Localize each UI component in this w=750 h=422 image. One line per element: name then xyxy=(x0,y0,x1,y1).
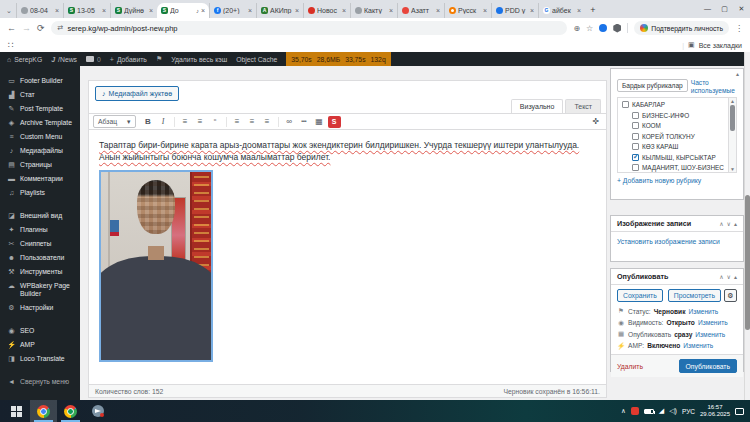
tab-close-icon[interactable]: × xyxy=(436,7,440,14)
tab-all-categories[interactable]: Бардык рубрикалар xyxy=(617,79,688,92)
sidebar-item-loco-translate[interactable]: ◨Loco Translate xyxy=(0,352,80,366)
bookmark-star-icon[interactable]: ☆ xyxy=(586,24,593,33)
scrollbar-thumb[interactable] xyxy=(730,105,735,131)
taskbar-messenger[interactable] xyxy=(84,400,111,422)
edit-schedule-link[interactable]: Изменить xyxy=(695,331,725,338)
minimize-button[interactable]: — xyxy=(699,0,716,18)
publish-button[interactable]: Опубликовать xyxy=(679,359,737,373)
scroll-down-icon[interactable]: ▼ xyxy=(729,166,736,172)
admin-bar-comments[interactable]: 0 xyxy=(86,56,101,63)
language-indicator[interactable]: РУС xyxy=(682,408,695,415)
sidebar-item-footer-builder[interactable]: ▭Footer Builder xyxy=(0,74,80,88)
sidebar-item-pages[interactable]: ▤Страницы xyxy=(0,158,80,172)
tab-close-icon[interactable]: × xyxy=(102,7,106,14)
media-control-icon[interactable] xyxy=(599,24,607,32)
tab-visual[interactable]: Визуально xyxy=(511,99,564,113)
category-item[interactable]: КӨЗ КАРАШ xyxy=(632,143,725,150)
admin-bar-object-cache[interactable]: Object Cache xyxy=(236,56,277,63)
checkbox[interactable] xyxy=(632,164,639,171)
admin-bar-theme[interactable]: J/News xyxy=(51,56,77,63)
fullscreen-icon[interactable]: ✜ xyxy=(589,115,602,128)
apps-grid-icon[interactable]: ∷ xyxy=(8,40,14,50)
post-paragraph[interactable]: Тараптар бири-бирине карата арыз-дооматт… xyxy=(99,140,579,162)
tab-text[interactable]: Текст xyxy=(565,99,601,113)
browser-tab[interactable]: Какту× xyxy=(350,3,397,18)
sidebar-item-tools[interactable]: ⚒Инструменты xyxy=(0,265,80,279)
browser-tab[interactable]: S13-05× xyxy=(63,3,110,18)
checkbox[interactable] xyxy=(632,112,639,119)
tab-close-icon[interactable]: × xyxy=(248,7,252,14)
browser-tab-active[interactable]: SДо♪× xyxy=(157,3,209,18)
back-icon[interactable]: ← xyxy=(7,23,16,33)
maximize-button[interactable]: ▢ xyxy=(716,0,733,18)
new-tab-button[interactable]: + xyxy=(585,3,601,18)
browser-tab[interactable]: Gайбек× xyxy=(538,3,585,18)
browser-tab[interactable]: PDD у× xyxy=(491,3,538,18)
preview-button[interactable]: Просмотреть xyxy=(668,289,721,302)
tab-close-icon[interactable]: × xyxy=(295,7,299,14)
sidebar-item-settings[interactable]: ⚙Настройки xyxy=(0,301,80,315)
bold-button[interactable]: B xyxy=(142,115,155,128)
checkbox[interactable] xyxy=(622,101,629,108)
tab-search-chevron-icon[interactable]: ⌄ xyxy=(2,4,16,18)
sidebar-item-appearance[interactable]: ◪Внешний вид xyxy=(0,209,80,223)
close-button[interactable]: ✕ xyxy=(733,0,750,18)
align-center-button[interactable]: ≡ xyxy=(246,115,259,128)
browser-menu-icon[interactable]: ⋮ xyxy=(735,24,743,33)
tab-most-used[interactable]: Часто используемые xyxy=(691,79,735,95)
browser-scrollbar[interactable] xyxy=(744,52,750,400)
add-category-link[interactable]: + Добавить новую рубрику xyxy=(611,173,743,188)
italic-button[interactable]: I xyxy=(157,115,170,128)
gear-icon[interactable]: ⚙ xyxy=(724,289,737,302)
link-button[interactable]: ∞ xyxy=(283,115,296,128)
align-right-button[interactable]: ≡ xyxy=(261,115,274,128)
volume-icon[interactable]: ◁) xyxy=(669,407,677,415)
tab-close-icon[interactable]: × xyxy=(483,7,487,14)
tab-audio-icon[interactable]: ♪ xyxy=(196,8,199,14)
category-item[interactable]: КАБАРЛАР xyxy=(622,101,725,108)
move-up-icon[interactable]: ∧ xyxy=(719,220,723,227)
checkbox[interactable] xyxy=(632,133,639,140)
add-media-button[interactable]: ♪ Медиафайл жуктөө xyxy=(95,86,179,101)
bullet-list-button[interactable]: ≡ xyxy=(179,115,192,128)
verify-identity-button[interactable]: Подтвердить личность xyxy=(634,21,729,35)
sidebar-item-stats[interactable]: ▟Стат xyxy=(0,88,80,102)
sidebar-item-post-template[interactable]: ✎Post Template xyxy=(0,102,80,116)
admin-bar-new[interactable]: +Добавить xyxy=(110,56,147,63)
browser-tab[interactable]: 08-04× xyxy=(16,3,63,18)
sidebar-item-plugins[interactable]: ✦Плагины xyxy=(0,223,80,237)
list-scrollbar[interactable]: ▲ ▼ xyxy=(728,98,736,172)
sidebar-item-snippets[interactable]: ✂Сниппеты xyxy=(0,237,80,251)
all-bookmarks-button[interactable]: Все закладки xyxy=(699,42,742,49)
toolbar-toggle-button[interactable]: ▦ xyxy=(313,115,326,128)
sidebar-item-comments[interactable]: ▬Комментарии xyxy=(0,172,80,186)
numbered-list-button[interactable]: ≡ xyxy=(194,115,207,128)
category-item[interactable]: КООМ xyxy=(632,122,725,129)
clock[interactable]: 16:57 29.06.2025 xyxy=(700,404,730,418)
taskbar-chrome[interactable] xyxy=(30,400,57,422)
tab-close-icon[interactable]: × xyxy=(149,7,153,14)
browser-tab[interactable]: Новос× xyxy=(303,3,350,18)
zoom-icon[interactable]: ⊕ xyxy=(573,24,580,33)
scroll-up-icon[interactable]: ▲ xyxy=(730,98,735,104)
tray-expand-icon[interactable]: ∧ xyxy=(621,407,626,415)
network-icon[interactable]: ◢ xyxy=(659,407,664,415)
sidebar-item-playlists[interactable]: ♫Playlists xyxy=(0,186,80,200)
category-item[interactable]: МАДАНИЯТ, ШОУ-БИЗНЕС xyxy=(632,164,725,171)
tab-close-icon[interactable]: × xyxy=(577,7,581,14)
save-draft-button[interactable]: Сохранить xyxy=(617,289,663,302)
tab-close-icon[interactable]: × xyxy=(201,7,205,14)
editor-body[interactable]: Тараптар бири-бирине карата арыз-дооматт… xyxy=(89,130,606,384)
set-featured-image-link[interactable]: Установить изображение записи xyxy=(611,232,743,251)
move-up-icon[interactable]: ∧ xyxy=(719,273,723,280)
move-down-icon[interactable]: ∨ xyxy=(727,273,731,280)
edit-amp-link[interactable]: Изменить xyxy=(683,342,713,349)
move-down-icon[interactable]: ∨ xyxy=(727,220,731,227)
sidebar-item-archive-template[interactable]: ◈Archive Template xyxy=(0,116,80,130)
browser-tab[interactable]: AАКИпр× xyxy=(256,3,303,18)
collapse-menu-button[interactable]: ◄Свернуть меню xyxy=(0,375,80,389)
tab-close-icon[interactable]: × xyxy=(55,7,59,14)
sidebar-item-custom-menu[interactable]: ≡Custom Menu xyxy=(0,130,80,144)
sidebar-item-seo[interactable]: ◉SEO xyxy=(0,324,80,338)
address-bar[interactable]: ⇄ serep.kg/wp-admin/post-new.php xyxy=(51,21,568,35)
